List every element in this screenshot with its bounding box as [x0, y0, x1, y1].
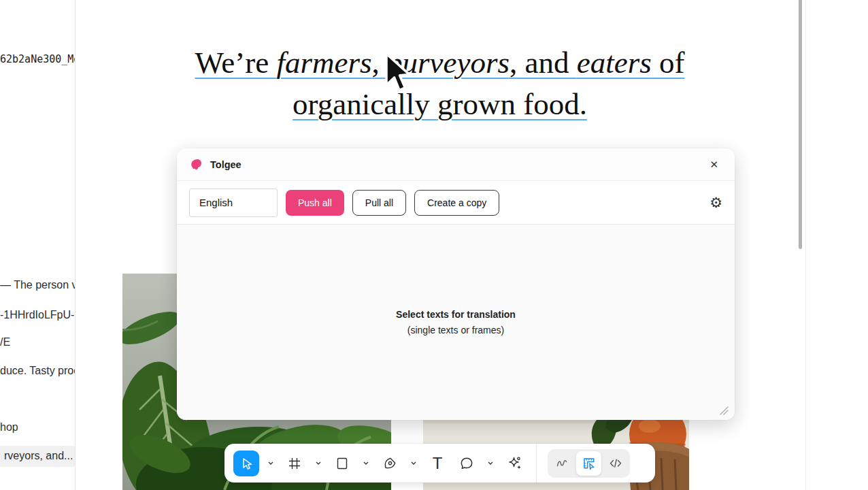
rectangle-tool-button[interactable]	[330, 451, 354, 476]
text-tool-icon: T	[433, 455, 443, 472]
headline-line-1: We’re farmers, purveyors, and eaters of	[75, 42, 805, 84]
pull-all-button[interactable]: Pull all	[352, 190, 406, 216]
dialog-title: Tolgee	[210, 159, 241, 170]
chevron-down-icon	[488, 461, 493, 465]
move-tool-chevron[interactable]	[264, 451, 278, 476]
dialog-body: Select texts for translation (single tex…	[177, 225, 735, 420]
frame-tool-chevron[interactable]	[312, 451, 325, 476]
move-tool-button[interactable]	[233, 451, 259, 476]
headline-part: , and	[510, 46, 577, 80]
canvas-text-hash[interactable]: -1HHrdIoLFpU-u	[0, 309, 76, 321]
hero-headline[interactable]: We’re farmers, purveyors, and eaters of …	[75, 42, 805, 125]
canvas-text-person[interactable]: — The person v	[0, 279, 76, 291]
headline-part: We’re	[195, 46, 277, 80]
dialog-header[interactable]: Tolgee ✕	[177, 148, 735, 181]
draw-annotate-button[interactable]	[550, 451, 575, 476]
resize-handle-icon[interactable]	[720, 406, 729, 415]
push-all-button[interactable]: Push all	[286, 190, 344, 216]
actions-tool-button[interactable]	[502, 451, 527, 476]
canvas-text-produce[interactable]: duce. Tasty proc	[0, 365, 76, 377]
code-view-button[interactable]	[603, 451, 628, 476]
frame-tool-button[interactable]	[282, 451, 307, 476]
comment-tool-chevron[interactable]	[484, 451, 497, 476]
canvas-frame-left-edge	[75, 0, 76, 490]
rectangle-icon	[335, 457, 349, 470]
language-select[interactable]: English	[189, 189, 278, 217]
frame-icon	[288, 457, 301, 470]
create-copy-button[interactable]: Create a copy	[414, 190, 499, 216]
pen-tool-chevron[interactable]	[407, 451, 420, 476]
cursor-arrow-icon	[378, 52, 414, 97]
canvas-text-purveyors-highlighted[interactable]: rveyors, and...	[0, 446, 76, 467]
chevron-down-icon	[411, 461, 416, 465]
empty-state-line2: (single texts or frames)	[177, 325, 735, 336]
chevron-down-icon	[363, 461, 369, 465]
move-cursor-icon	[239, 457, 253, 470]
empty-state-message: Select texts for translation (single tex…	[177, 309, 735, 336]
pen-tool-button[interactable]	[378, 451, 402, 476]
scribble-icon	[556, 457, 569, 470]
canvas-text-ve[interactable]: /E	[0, 336, 10, 348]
canvas-text-id[interactable]: 62b2aNe300_Me	[0, 53, 76, 65]
chevron-down-icon	[316, 461, 321, 465]
empty-state-line1: Select texts for translation	[177, 309, 735, 320]
tolgee-logo-icon	[190, 159, 203, 171]
design-toolbar: T	[224, 444, 655, 483]
close-icon[interactable]: ✕	[707, 157, 721, 172]
rectangle-tool-chevron[interactable]	[359, 451, 373, 476]
vertical-scrollbar-thumb[interactable]	[799, 0, 802, 249]
headline-part-italic: farmers	[277, 46, 372, 80]
comment-tool-button[interactable]	[454, 451, 479, 476]
tolgee-plugin-dialog: Tolgee ✕ English Push all Pull all Creat…	[177, 148, 735, 420]
chevron-down-icon	[268, 461, 273, 465]
headline-line-2: organically grown food.	[75, 84, 805, 125]
headline-part-italic: eaters	[577, 46, 652, 80]
measure-ruler-icon	[582, 457, 596, 470]
comment-bubble-icon	[460, 457, 473, 470]
dev-mode-group	[548, 449, 630, 478]
text-tool-button[interactable]: T	[425, 451, 450, 476]
canvas-frame-right-edge	[805, 0, 806, 490]
gear-icon[interactable]: ⚙	[710, 195, 722, 210]
mouse-cursor	[378, 52, 414, 99]
sparkle-actions-icon	[507, 456, 522, 470]
headline-part: of	[652, 46, 685, 80]
toolbar-divider	[536, 444, 537, 483]
pen-icon	[383, 457, 397, 470]
measure-inspect-button[interactable]	[576, 451, 601, 476]
code-icon	[609, 457, 622, 470]
dialog-action-row: English Push all Pull all Create a copy …	[177, 181, 735, 225]
canvas-text-shop[interactable]: hop	[0, 421, 18, 434]
left-canvas-texts: 62b2aNe300_Me — The person v -1HHrdIoLFp…	[0, 0, 76, 490]
